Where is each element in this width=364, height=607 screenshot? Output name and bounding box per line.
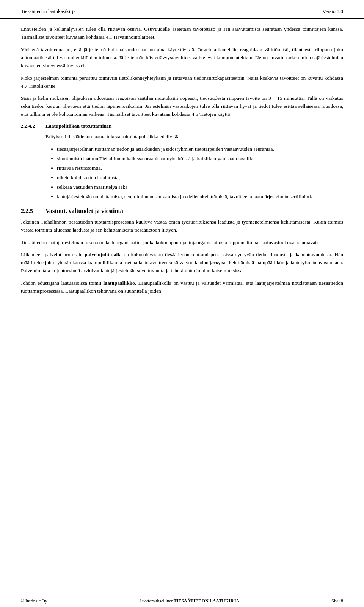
section-225-para-1: Jokainen Tiehallinnon tiesäätiedon tuott… (21, 218, 343, 234)
list-item: riittävää resurssointia, (57, 164, 343, 172)
list-item: sitoutumista laatuun Tiehallinnon kaikis… (57, 155, 343, 163)
section-225-para-4: Johdon edustajana laatuasioissa toimii l… (21, 279, 343, 295)
section-242-heading: 2.2.4.2 Laatupolitiikan toteuttaminen (21, 123, 343, 129)
paragraph-2: Yleisenä tavoitteena on, että järjestelm… (21, 46, 343, 70)
list-item: oikein kohdistettua koulutusta, (57, 174, 343, 182)
section-242-title: Laatupolitiikan toteuttaminen (46, 123, 111, 129)
header-version: Versio 1.0 (322, 8, 343, 14)
list-item: selkeää vastuiden määrittelyä sekä (57, 183, 343, 191)
footer-left: © Intrinsic Oy (21, 598, 47, 604)
footer-center: LuottamuksellinenTIESÄÄTIEDON LAATUKIRJA (140, 598, 239, 604)
section-225-title: Vastuut, valtuudet ja viestintä (46, 208, 123, 214)
paragraph-4: Sään ja kelin mukaisen ohjauksen odoteta… (21, 95, 343, 118)
list-item: laatujärjestelmän noudattamista, sen toi… (57, 193, 343, 201)
header-title: Tiesäätiedon laatukäsikirja (21, 8, 76, 14)
section-242-intro: Erityisesti tiesäätiedon laatua tukeva t… (46, 133, 343, 141)
section-225-block: 2.2.5 Vastuut, valtuudet ja viestintä Jo… (21, 208, 343, 295)
bold-palvelujohtajalla: palvelujohtajalla (85, 252, 122, 257)
paragraph-1: Ennusteiden ja kelianalyysien tulee olla… (21, 25, 343, 41)
list-item: tiesääjärjestelmän tuottaman tiedon ja a… (57, 145, 343, 153)
footer-center-bold: TIESÄÄTIEDON LAATUKIRJA (174, 598, 239, 604)
section-225-number: 2.2.5 (21, 208, 46, 214)
paragraph-3: Koko järjestelmän toiminta perustuu toim… (21, 74, 343, 90)
section-242-bullets: tiesääjärjestelmän tuottaman tiedon ja a… (57, 145, 343, 201)
section-242-number: 2.2.4.2 (21, 123, 46, 129)
section-225-para-3: Liikenteen palvelut prosessin palvelujoh… (21, 251, 343, 275)
page-footer: © Intrinsic Oy LuottamuksellinenTIESÄÄTI… (0, 595, 364, 607)
bold-laatupaallikkona: laatupäällikkö. (104, 280, 136, 286)
section-225-heading: 2.2.5 Vastuut, valtuudet ja viestintä (21, 208, 343, 214)
footer-right: Sivu 8 (331, 598, 343, 604)
section-225-para-2: Tiesäätiedon laatujärjestelmän tukena on… (21, 239, 343, 247)
